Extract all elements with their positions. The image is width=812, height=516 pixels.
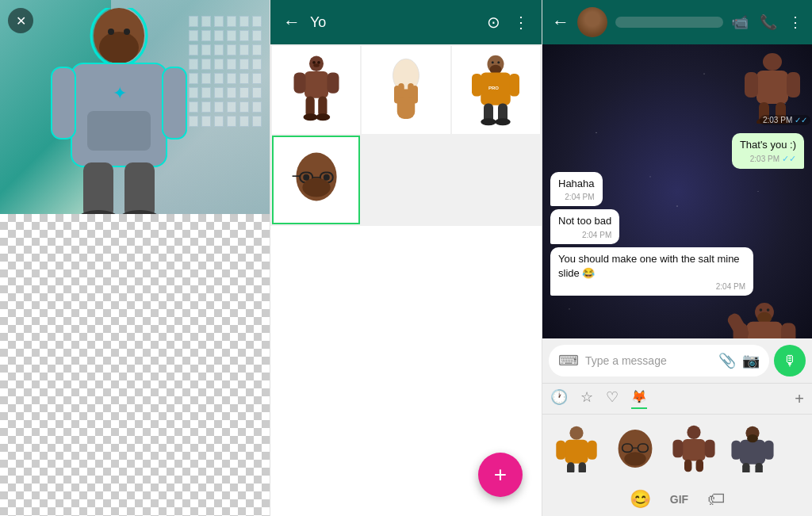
tray-sticker-2[interactable]	[607, 421, 663, 476]
svg-rect-18	[304, 71, 328, 98]
building-windows	[189, 16, 262, 127]
more-options-icon[interactable]: ⋮	[788, 13, 802, 31]
whatsapp-icon[interactable]: ⊙	[487, 13, 500, 32]
svg-point-52	[302, 178, 330, 197]
mic-button[interactable]: 🎙	[774, 345, 806, 376]
svg-point-44	[496, 118, 511, 125]
svg-rect-20	[327, 72, 339, 93]
add-sticker-button[interactable]: +	[478, 453, 523, 497]
svg-rect-93	[740, 440, 766, 464]
message-text-4: You should make one with the salt mine s…	[558, 252, 745, 281]
message-meta-4: 2:04 PM	[716, 282, 745, 291]
tab-recent[interactable]: 🕐	[550, 388, 568, 409]
svg-rect-95	[764, 441, 774, 460]
add-sticker-tray-button[interactable]: +	[795, 390, 804, 408]
camera-icon[interactable]: 📷	[742, 352, 760, 369]
svg-point-46	[498, 61, 500, 63]
tray-sticker-svg-4	[729, 425, 776, 472]
sticker-hand-egg	[370, 55, 442, 126]
svg-rect-96	[742, 463, 749, 472]
gif-button[interactable]: GIF	[670, 493, 688, 506]
svg-rect-89	[705, 440, 715, 457]
video-call-icon[interactable]: 📹	[731, 13, 749, 31]
svg-rect-78	[588, 441, 597, 460]
avatar	[577, 7, 607, 37]
sticker-editor-panel: ✦ ✕	[0, 0, 270, 516]
tray-sticker-1[interactable]	[549, 421, 604, 476]
svg-rect-9	[52, 67, 75, 139]
svg-point-25	[312, 61, 316, 64]
svg-rect-56	[756, 71, 788, 104]
chat-header: ← 📹 📞 ⋮	[542, 0, 812, 44]
sticker-tray-tabs: 🕐 ☆ ♡ 🦊 +	[542, 384, 812, 415]
person-svg: ✦	[48, 8, 190, 214]
svg-rect-67	[781, 323, 795, 338]
tray-sticker-4[interactable]	[725, 421, 780, 476]
tray-sticker-svg-2	[611, 425, 659, 472]
svg-rect-33	[398, 83, 404, 98]
tray-sticker-svg-1	[553, 425, 600, 472]
svg-point-24	[316, 113, 330, 120]
svg-text:✦: ✦	[113, 83, 127, 103]
chat-input-row: ⌨ Type a message 📎 📷 🎙	[549, 345, 806, 376]
editor-photo-area: ✦ ✕	[0, 0, 270, 214]
voice-call-icon[interactable]: 📞	[760, 13, 777, 31]
sticker-cell-3[interactable]: PRO	[452, 46, 540, 134]
svg-point-26	[317, 61, 320, 64]
svg-point-2	[99, 32, 139, 63]
tray-sticker-3[interactable]	[666, 421, 722, 476]
svg-rect-88	[672, 440, 683, 457]
svg-rect-39	[510, 74, 520, 97]
chat-panel: ← 📹 📞 ⋮ 2:03 PM ✓✓	[542, 0, 812, 516]
svg-point-74	[767, 308, 770, 312]
message-meta-1: 2:03 PM ✓✓	[750, 154, 796, 164]
sticker-cell-1[interactable]	[272, 46, 360, 134]
message-meta-2: 2:04 PM	[565, 193, 594, 201]
svg-point-4	[124, 29, 130, 35]
message-text-2: Hahaha	[558, 177, 595, 191]
svg-rect-14	[124, 162, 155, 214]
sticker-grid: PRO	[270, 44, 542, 226]
sticker-tray: 🕐 ☆ ♡ 🦊 +	[542, 383, 812, 483]
chat-back-button[interactable]: ←	[552, 12, 569, 32]
svg-point-23	[303, 113, 317, 120]
chat-input-box[interactable]: ⌨ Type a message 📎 📷	[549, 345, 769, 376]
chat-top-sticker	[741, 52, 804, 124]
svg-point-55	[763, 53, 782, 71]
sticker-button[interactable]: 🏷	[707, 489, 725, 510]
header-icons: ⊙ ⋮	[487, 13, 529, 32]
message-text-1: That's you :)	[740, 138, 796, 152]
svg-point-98	[747, 434, 758, 442]
message-input-placeholder[interactable]: Type a message	[585, 354, 712, 367]
message-2: Hahaha 2:04 PM	[550, 172, 603, 206]
pack-title: Yo	[310, 14, 477, 31]
sticker-cell-4[interactable]	[272, 136, 360, 224]
back-button[interactable]: ←	[283, 12, 301, 32]
more-options-icon[interactable]: ⋮	[513, 13, 529, 32]
chat-input-area: ⌨ Type a message 📎 📷 🎙	[542, 338, 812, 383]
tab-sticker-pack[interactable]: 🦊	[631, 389, 647, 409]
svg-point-27	[313, 63, 320, 67]
sticker-cell-2[interactable]	[362, 46, 450, 134]
person-figure: ✦	[48, 8, 190, 214]
svg-rect-68	[726, 312, 751, 338]
outgoing-sticker: 2:08 PM »	[725, 302, 804, 338]
svg-rect-77	[556, 441, 565, 460]
sticker-pack-header: ← Yo ⊙ ⋮	[270, 0, 542, 44]
svg-point-43	[481, 118, 497, 125]
close-button[interactable]: ✕	[8, 8, 33, 33]
message-4: You should make one with the salt mine s…	[550, 247, 753, 296]
attach-icon[interactable]: 📎	[718, 352, 736, 369]
tab-liked[interactable]: ♡	[606, 388, 619, 409]
emoji-icon[interactable]: 😊	[630, 489, 651, 510]
svg-rect-58	[787, 72, 800, 97]
svg-rect-13	[83, 162, 113, 214]
svg-rect-65	[746, 322, 783, 338]
svg-rect-91	[696, 460, 703, 472]
tab-favorites[interactable]: ☆	[580, 388, 593, 409]
svg-point-85	[624, 452, 645, 465]
svg-rect-34	[408, 83, 414, 98]
svg-rect-90	[684, 460, 691, 472]
message-meta-3: 2:04 PM	[582, 231, 611, 239]
svg-rect-79	[567, 462, 574, 472]
